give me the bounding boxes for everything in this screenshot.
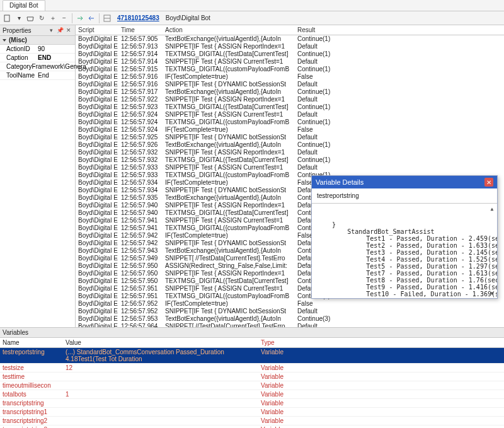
open-button[interactable] (25, 13, 35, 23)
variable-row[interactable]: testsize12Variable (0, 364, 504, 373)
cell-action: IF(TestComplete=true) (165, 179, 297, 187)
pin-icon[interactable]: 📌 (56, 26, 64, 34)
trace-row[interactable]: Boyd\Digital E12:56:57.914SNIPPET[IF Tes… (76, 58, 504, 66)
variable-row[interactable]: transcriptstring1Variable (0, 408, 504, 417)
step-over-icon[interactable] (75, 13, 85, 23)
step-back-icon[interactable] (86, 13, 96, 23)
var-name: testtime (3, 373, 66, 380)
cell-action: TEXTMSG_DIGITAL({TestData[CurrentTest] (165, 156, 297, 164)
col-action[interactable]: Action (165, 26, 297, 33)
cell-action: SNIPPET[IF Test { ASSIGN CurrentTest=1 (165, 217, 297, 224)
cell-result: Default (297, 308, 501, 315)
close-icon[interactable]: ✕ (65, 26, 72, 34)
col-var-name[interactable]: Name (3, 339, 66, 346)
var-name: transcriptstring1 (3, 408, 66, 415)
property-row[interactable]: ActionID90 (0, 45, 75, 54)
cell-time: 12:56:57.933 (121, 171, 165, 179)
cell-script: Boyd\Digital E (78, 73, 121, 81)
trace-row[interactable]: Boyd\Digital E12:56:57.932TEXTMSG_DIGITA… (76, 156, 504, 164)
cell-time: 12:56:57.914 (121, 50, 165, 58)
trace-row[interactable]: Boyd\Digital E12:56:57.922SNIPPET[IF Tes… (76, 96, 504, 103)
trace-row[interactable]: Boyd\Digital E12:56:57.917TextBotExchang… (76, 88, 504, 96)
tab-digital-bot[interactable]: Digital Bot (3, 0, 45, 11)
cell-time: 12:56:57.964 (121, 323, 165, 327)
property-value: End (38, 72, 72, 79)
trace-row[interactable]: Boyd\Digital E12:56:57.916SNIPPET[IF Tes… (76, 81, 504, 88)
cell-time: 12:56:57.950 (121, 270, 165, 277)
variable-row[interactable]: transcriptstring2Variable (0, 417, 504, 425)
minus-icon[interactable]: − (59, 13, 69, 23)
trace-row[interactable]: Boyd\Digital E12:56:57.925SNIPPET[IF Tes… (76, 134, 504, 141)
scroll-down-icon[interactable]: ▼ (488, 289, 496, 297)
col-var-type[interactable]: Type (261, 339, 501, 346)
trace-row[interactable]: Boyd\Digital E12:56:57.923TEXTMSG_DIGITA… (76, 103, 504, 111)
trace-row[interactable]: Boyd\Digital E12:56:57.952IF(TestComplet… (76, 300, 504, 308)
cell-result: Continue(1) (297, 103, 501, 111)
cell-script: Boyd\Digital E (78, 285, 121, 292)
tree-toggle-icon[interactable] (102, 13, 112, 23)
variable-details-header[interactable]: Variable Details ✕ (312, 176, 497, 188)
variable-row[interactable]: totalbots1Variable (0, 390, 504, 399)
property-row[interactable]: CaptionEND (0, 54, 75, 62)
cell-action: TextBotExchange({virtualAgentId},{AutoIn (165, 194, 297, 202)
variables-body[interactable]: testreportstring(...) StandardBot_CommsC… (0, 348, 504, 428)
cell-script: Boyd\Digital E (78, 96, 121, 103)
properties-category-row[interactable]: (Misc) (0, 36, 75, 45)
prop-dropdown-icon[interactable]: ▾ (47, 26, 55, 34)
cell-time: 12:56:57.950 (121, 262, 165, 270)
new-button[interactable] (3, 13, 13, 23)
cell-action: TextBotExchange({virtualAgentId},{AutoIn (165, 35, 297, 43)
property-row[interactable]: ToolNameEnd (0, 71, 75, 80)
cell-script: Boyd\Digital E (78, 187, 121, 194)
property-row[interactable]: CategoryFramework\Genera (0, 62, 75, 71)
cell-action: SNIPPET[IF Test { ASSIGN CurrentTest=1 (165, 164, 297, 171)
toolbar-separator (72, 13, 72, 23)
cell-result: Default (297, 164, 501, 171)
variable-row[interactable]: transcriptstring3Variable (0, 425, 504, 428)
cell-result: Continue(1) (297, 66, 501, 73)
record-id-link[interactable]: 471810125483 (117, 14, 159, 21)
toolbar: ▾ ↻ ＋ − 471810125483 Boyd\Digital Bot (0, 11, 504, 25)
trace-row[interactable]: Boyd\Digital E12:56:57.924SNIPPET[IF Tes… (76, 111, 504, 119)
trace-row[interactable]: Boyd\Digital E12:56:57.924TEXTMSG_DIGITA… (76, 119, 504, 126)
trace-row[interactable]: Boyd\Digital E12:56:57.952SNIPPET[IF Tes… (76, 308, 504, 315)
variable-row[interactable]: testtimeVariable (0, 373, 504, 381)
trace-row[interactable]: Boyd\Digital E12:56:57.915TEXTMSG_DIGITA… (76, 66, 504, 73)
variable-details-dialog[interactable]: Variable Details ✕ testreportstring ▲ } … (311, 175, 498, 299)
close-icon[interactable]: ✕ (484, 178, 493, 187)
col-script[interactable]: Script (78, 26, 121, 33)
property-key: Category (6, 63, 32, 70)
trace-row[interactable]: Boyd\Digital E12:56:57.913SNIPPET[IF Tes… (76, 43, 504, 50)
trace-row[interactable]: Boyd\Digital E12:56:57.926TextBotExchang… (76, 141, 504, 149)
refresh-icon[interactable]: ↻ (37, 13, 47, 23)
cell-action: SNIPPET[IF Test { DYNAMIC botSessionSt (165, 134, 297, 141)
cell-script: Boyd\Digital E (78, 194, 121, 202)
cell-script: Boyd\Digital E (78, 81, 121, 88)
col-var-value[interactable]: Value (66, 339, 261, 346)
cell-action: IF(TestComplete=true) (165, 232, 297, 240)
trace-row[interactable]: Boyd\Digital E12:56:57.914TEXTMSG_DIGITA… (76, 50, 504, 58)
cell-script: Boyd\Digital E (78, 111, 121, 119)
scroll-up-icon[interactable]: ▲ (488, 205, 496, 212)
trace-row[interactable]: Boyd\Digital E12:56:57.924IF(TestComplet… (76, 126, 504, 134)
trace-row[interactable]: Boyd\Digital E12:56:57.953TextBotExchang… (76, 315, 504, 323)
plus-icon[interactable]: ＋ (48, 13, 58, 23)
var-value: (...) StandardBot_CommsConversation Pass… (66, 349, 261, 362)
variable-row[interactable]: transcriptstringVariable (0, 399, 504, 408)
trace-row[interactable]: Boyd\Digital E12:56:57.964SNIPPET[ //Tes… (76, 323, 504, 327)
cell-action: TEXTMSG_DIGITAL({TestData[CurrentTest] (165, 103, 297, 111)
cell-script: Boyd\Digital E (78, 308, 121, 315)
variable-row[interactable]: testreportstring(...) StandardBot_CommsC… (0, 348, 504, 364)
trace-row[interactable]: Boyd\Digital E12:56:57.933SNIPPET[IF Tes… (76, 164, 504, 171)
col-time[interactable]: Time (121, 26, 165, 33)
variable-details-body[interactable]: ▲ } StandardBot_SmartAssist Test1 - Pass… (312, 204, 497, 298)
cell-action: SNIPPET[IF Test { ASSIGN ReportIndex=1 (165, 270, 297, 277)
trace-row[interactable]: Boyd\Digital E12:56:57.916IF(TestComplet… (76, 73, 504, 81)
variable-row[interactable]: timeoutmilliseconVariable (0, 381, 504, 390)
col-result[interactable]: Result (297, 26, 501, 33)
trace-row[interactable]: Boyd\Digital E12:56:57.905TextBotExchang… (76, 35, 504, 43)
dropdown-icon[interactable]: ▾ (14, 13, 24, 23)
trace-row[interactable]: Boyd\Digital E12:56:57.932SNIPPET[IF Tes… (76, 149, 504, 156)
var-name: testreportstring (3, 349, 66, 362)
var-value (66, 400, 261, 407)
